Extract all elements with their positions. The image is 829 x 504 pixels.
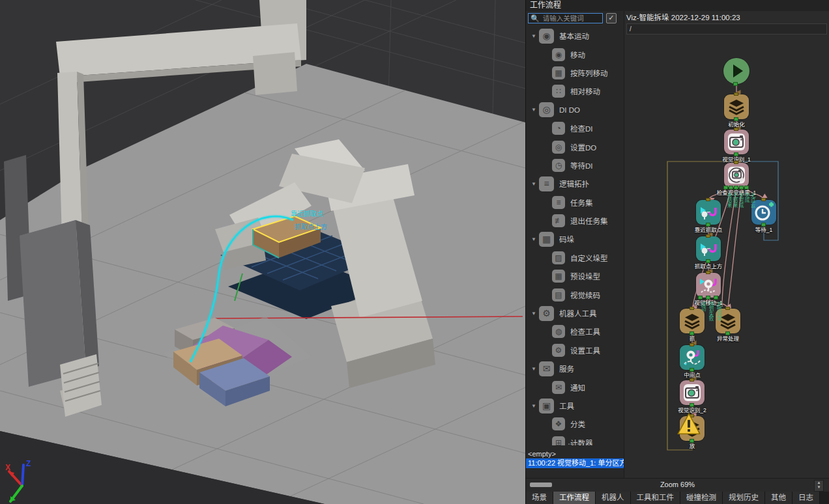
input-port[interactable] <box>734 161 738 164</box>
log-entry[interactable]: 11:00:22 视觉移动_1: 单分区方形 <box>526 458 624 468</box>
tree-item-基本运动[interactable]: ▼◉基本运动 <box>526 27 620 45</box>
tab-工具和工件[interactable]: 工具和工件 <box>631 492 681 504</box>
search-filter-checkbox[interactable]: ✓ <box>606 13 617 23</box>
output-port[interactable] <box>733 82 738 86</box>
3d-viewport[interactable]: 靠近抓取点 抓取点上方 X Z <box>0 0 525 504</box>
tool-check-icon: ◍ <box>552 325 565 338</box>
tree-item-自定义垛型[interactable]: ▨自定义垛型 <box>526 249 620 267</box>
flow-node-视觉移动_1[interactable]: 视觉移动_1 <box>696 273 721 298</box>
tree-item-预设垛型[interactable]: ▦预设垛型 <box>526 267 620 285</box>
search-icon: 🔍 <box>531 15 540 22</box>
custom-pallet-icon: ▨ <box>552 251 565 264</box>
preset-pallet-icon: ▦ <box>552 270 565 283</box>
input-port[interactable] <box>734 128 738 131</box>
axis-x-label: X <box>5 463 10 472</box>
collapse-arrow-icon[interactable]: ▼ <box>531 107 539 113</box>
tree-item-检查工具[interactable]: ◍检查工具 <box>526 322 620 341</box>
tree-item-等待DI[interactable]: ◷等待DI <box>526 156 620 175</box>
layers-exit-icon: ≢ <box>552 214 565 227</box>
search-input[interactable] <box>542 14 600 23</box>
tree-item-码垛[interactable]: ▼▦码垛 <box>526 230 620 248</box>
flow-node-抓[interactable]: 抓 <box>680 309 705 333</box>
tree-item-相对移动[interactable]: ∷相对移动 <box>526 82 620 100</box>
panel-splitter[interactable]: •••••• <box>526 443 624 447</box>
flow-node-视觉识别_1[interactable]: 视觉识别_1 <box>724 130 749 154</box>
tree-item-检查DI[interactable]: ◔检查DI <box>526 119 620 137</box>
tree-item-DI DO[interactable]: ▼◎DI DO <box>526 101 620 119</box>
tree-item-label: 服务 <box>559 363 574 374</box>
tree-item-通知[interactable]: ✉通知 <box>526 378 620 396</box>
tree-item-label: 任务集 <box>570 197 593 208</box>
tree-item-label: 机器人工具 <box>559 308 597 318</box>
tree-item-退出任务集[interactable]: ≢退出任务集 <box>526 212 620 230</box>
pallet-icon: ▦ <box>539 232 554 247</box>
tree-item-逻辑拓扑[interactable]: ▼≡逻辑拓扑 <box>526 175 620 193</box>
collapse-arrow-icon[interactable]: ▼ <box>531 181 539 187</box>
edge-label: 其他异常 <box>716 301 721 321</box>
edge-label: 无结果 <box>732 193 738 208</box>
tree-item-label: 移动 <box>570 49 585 60</box>
flow-node-中间点[interactable]: 中间点 <box>680 345 705 370</box>
flow-node-label: 异常处理 <box>689 334 767 342</box>
tree-item-label: 相对移动 <box>570 86 600 96</box>
flow-node-靠近抓取点[interactable]: 靠近抓取点 <box>696 200 721 225</box>
tree-item-分类[interactable]: ❖分类 <box>526 415 620 433</box>
tree-item-移动[interactable]: ◉移动 <box>526 45 620 63</box>
tree-item-label: 预设垛型 <box>570 271 600 281</box>
collapse-arrow-icon[interactable]: ▼ <box>531 403 539 409</box>
scene-label-approach-pick: 靠近抓取点 <box>291 210 323 217</box>
collapse-arrow-icon[interactable]: ▼ <box>531 366 539 372</box>
bottom-tab-bar: 场景工作流程机器人工具和工件碰撞检测规划历史其他日志 <box>526 492 829 504</box>
tree-item-机器人工具[interactable]: ▼⚙机器人工具 <box>526 304 620 322</box>
robot-arm-icon: ⚙ <box>539 306 554 321</box>
tool-set-icon: ⚙ <box>552 344 565 357</box>
flow-node-视觉识别_2[interactable]: 视觉识别_2 <box>680 380 705 405</box>
flow-node-初始化[interactable]: 初始化 <box>724 94 749 119</box>
tree-item-视觉续码[interactable]: ▤视觉续码 <box>526 285 620 303</box>
input-port[interactable] <box>690 343 694 346</box>
flow-node-start[interactable] <box>723 58 749 84</box>
tree-item-任务集[interactable]: ≡任务集 <box>526 193 620 212</box>
tree-item-服务[interactable]: ▼✉服务 <box>526 359 620 378</box>
tree-item-工具[interactable]: ▼▣工具 <box>526 397 620 415</box>
input-port[interactable] <box>761 198 766 201</box>
flow-node-检查视觉结果_1[interactable]: 检查视觉结果_1 <box>724 163 749 188</box>
flow-canvas[interactable]: 初始化视觉识别_1检查视觉结果_1靠近抓取点等待_1抓取点上方视觉移动_1抓异常… <box>624 11 829 479</box>
tab-场景[interactable]: 场景 <box>526 492 553 504</box>
tab-日志[interactable]: 日志 <box>793 492 820 504</box>
flow-editor[interactable]: Viz-智能拆垛 2022-12-29 11:00:23 / <box>624 11 829 479</box>
spin-up-icon[interactable]: ▲ <box>815 481 823 485</box>
input-port[interactable] <box>690 307 694 310</box>
tree-item-label: 逻辑拓扑 <box>559 178 589 189</box>
collapse-arrow-icon[interactable]: ▼ <box>531 33 539 39</box>
input-port[interactable] <box>706 271 710 274</box>
flow-node-抓取点上方[interactable]: 抓取点上方 <box>696 236 721 261</box>
tab-工作流程[interactable]: 工作流程 <box>553 492 596 504</box>
warning-icon <box>676 412 687 423</box>
input-port[interactable] <box>706 234 710 238</box>
search-box[interactable]: 🔍 <box>528 13 603 23</box>
flow-node-label: 等待_1 <box>725 225 803 233</box>
tab-机器人[interactable]: 机器人 <box>596 492 631 504</box>
step-library: 🔍 ✓ ▼◉基本运动◉移动▦按阵列移动∷相对移动▼◎DI DO◔检查DI◎设置D… <box>526 11 624 445</box>
input-port[interactable] <box>690 378 694 382</box>
collapse-arrow-icon[interactable]: ▼ <box>531 311 539 316</box>
input-port[interactable] <box>725 307 730 310</box>
zoom-spinner[interactable]: ▲ ▼ <box>814 480 824 492</box>
tree-item-按阵列移动[interactable]: ▦按阵列移动 <box>526 64 620 82</box>
app-window: { "colors": { "accent_blue": "#4a8cd8", … <box>0 0 829 504</box>
scene-label-above-pick: 抓取点上方 <box>295 223 327 231</box>
input-port[interactable] <box>706 198 710 201</box>
tree-item-设置工具[interactable]: ⚙设置工具 <box>526 341 620 359</box>
edge-label: 规划失败 <box>708 301 714 321</box>
tree-item-设置DO[interactable]: ◎设置DO <box>526 137 620 156</box>
spin-down-icon[interactable]: ▼ <box>815 485 823 490</box>
layers-icon: ≡ <box>552 196 565 209</box>
flow-node-放[interactable]: 放 <box>680 416 705 441</box>
input-port[interactable] <box>734 92 738 96</box>
tab-规划历史[interactable]: 规划历史 <box>723 492 765 504</box>
collapse-arrow-icon[interactable]: ▼ <box>531 236 539 242</box>
tab-碰撞检测[interactable]: 碰撞检测 <box>680 492 723 504</box>
tab-其他[interactable]: 其他 <box>765 492 793 504</box>
tree-item-label: 等待DI <box>570 160 593 171</box>
